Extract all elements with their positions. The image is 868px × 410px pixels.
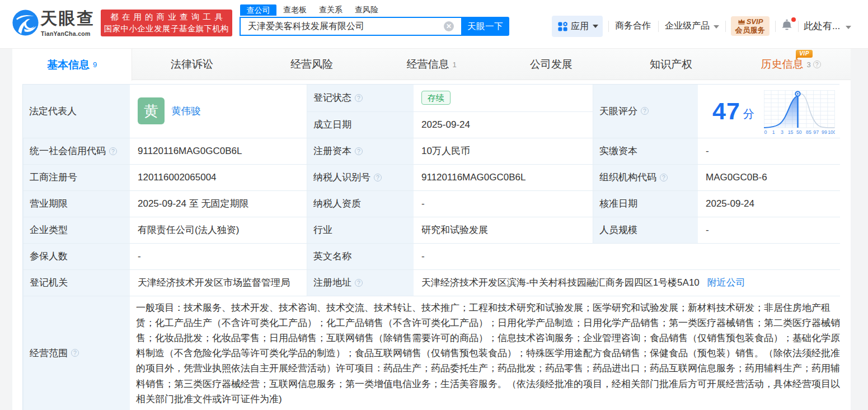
apps-grid-icon [558, 22, 567, 31]
help-icon[interactable]: ? [355, 147, 363, 155]
search-tab-company[interactable]: 查公司 [240, 4, 276, 16]
label-text: 注册资本 [313, 145, 351, 157]
slogan-line2: 国家中小企业发展子基金旗下机构 [101, 23, 232, 35]
nearby-companies-link[interactable]: 附近公司 [707, 276, 745, 289]
label-text: 注册地址 [313, 276, 351, 289]
crown-icon [738, 18, 745, 25]
label-legal-representative: 法定代表人 [23, 85, 130, 138]
tab-company-development[interactable]: 公司发展 [491, 49, 611, 80]
search-input[interactable]: 天津爱美客科技发展有限公司 [240, 17, 461, 36]
value-english-name: - [414, 244, 840, 270]
value-organization-code: MAG0GC0B-6 [698, 165, 840, 191]
tab-label: 法律诉讼 [171, 57, 213, 72]
label-text: 纳税人识别号 [313, 171, 370, 184]
logo-subtitle: TianYanCha.com [41, 30, 91, 37]
nav-cooperation[interactable]: 商务合作 [615, 20, 651, 32]
label-text: 组织机构代码 [599, 171, 656, 184]
svg-text:1: 1 [772, 129, 775, 134]
svg-text:0: 0 [764, 129, 767, 134]
label-registration-status: 登记状态? [307, 85, 414, 112]
value-taxpayer-quality: - [414, 191, 593, 217]
username: 此处有... [804, 21, 840, 31]
label-staff-size: 人员规模 [593, 217, 698, 244]
apps-menu-button[interactable]: 应用 [552, 16, 603, 37]
value-paid-capital: - [698, 138, 840, 165]
help-icon[interactable]: ? [71, 349, 79, 357]
top-header: 天眼查 TianYanCha.com 都在用的商业查询工具 国家中小企业发展子基… [0, 0, 868, 49]
help-icon[interactable]: ? [660, 174, 668, 181]
search-tab-risk[interactable]: 查风险 [355, 5, 378, 15]
chevron-down-icon [846, 26, 851, 29]
value-tianyan-score[interactable]: 47 分 [698, 85, 840, 138]
bell-curve-gray [797, 94, 834, 128]
section-tabs: 基本信息9 法律诉讼 经营风险 经营信息1 公司发展 知识产权 历史信息3? V… [12, 49, 851, 80]
tab-basic-info[interactable]: 基本信息9 [12, 49, 132, 81]
label-industry: 行业 [307, 217, 414, 244]
basic-info-table: 法定代表人 黄 黄伟骏 登记状态? 存续 成立日期 2025-09-24 天眼评… [22, 84, 839, 410]
nav-enterprise-products[interactable]: 企业级产品 [665, 20, 719, 32]
label-registered-address: 注册地址? [307, 270, 414, 296]
tab-label: 经营信息 [406, 57, 449, 72]
avatar[interactable]: 黄 [138, 97, 165, 124]
help-icon[interactable]: ? [109, 147, 117, 155]
tab-count: 9 [93, 60, 97, 69]
search-tab-relation[interactable]: 查关系 [319, 5, 342, 15]
label-tianyan-score: 天眼评分? [593, 85, 698, 138]
label-approval-date: 核准日期 [593, 191, 698, 217]
svip-member-button[interactable]: SVIP 会员服务 [731, 16, 770, 36]
label-registered-capital: 注册资本? [307, 138, 414, 165]
value-registration-status: 存续 [414, 85, 593, 112]
value-establish-date: 2025-09-24 [414, 112, 593, 138]
tab-operation-risk[interactable]: 经营风险 [252, 49, 372, 80]
help-icon[interactable]: ? [355, 94, 363, 102]
value-registered-address: 天津经济技术开发区滨海-中关村科技园融汇商务园四区1号楼5A10附近公司 [414, 270, 840, 296]
svg-text:85: 85 [806, 129, 811, 134]
tab-label: 经营风险 [290, 57, 333, 72]
tab-history-info[interactable]: 历史信息3? VIP [731, 49, 851, 80]
label-text: 经营范围 [30, 347, 68, 360]
tianyancha-logo-icon[interactable] [12, 10, 39, 36]
svg-text:100: 100 [828, 129, 835, 134]
divider [658, 21, 659, 32]
score-unit: 分 [743, 106, 754, 122]
label-text: 天眼评分 [599, 105, 637, 118]
value-credit-code: 91120116MAG0GC0B6L [130, 138, 307, 165]
value-registration-number: 120116002065004 [130, 165, 307, 191]
tab-label: 知识产权 [650, 57, 692, 72]
svip-service-label: 会员服务 [731, 26, 770, 34]
search-button[interactable]: 天眼一下 [461, 17, 509, 36]
search-tab-boss[interactable]: 查老板 [283, 5, 307, 15]
score-distribution-chart: 0 1 3 15 50 85 97 99 100 [764, 90, 835, 134]
search-type-tabs: 查公司 查老板 查关系 查风险 [240, 4, 391, 16]
tab-operation-info[interactable]: 经营信息1 [372, 49, 491, 80]
notifications-button[interactable] [781, 18, 796, 34]
help-icon[interactable]: ? [641, 107, 649, 115]
chevron-down-icon [593, 25, 598, 28]
vip-badge: VIP [796, 50, 813, 58]
label-text: 登记状态 [313, 91, 351, 104]
label-insured-count: 参保人数 [23, 244, 130, 270]
svg-text:97: 97 [813, 129, 819, 134]
value-legal-representative: 黄 黄伟骏 [130, 85, 307, 138]
label-taxpayer-quality: 纳税人资质 [307, 191, 414, 217]
tab-intellectual-property[interactable]: 知识产权 [611, 49, 731, 80]
label-credit-code: 统一社会信用代码? [23, 138, 130, 165]
score-number: 47 [712, 97, 740, 125]
divider [775, 21, 776, 32]
help-icon[interactable]: ? [813, 60, 821, 68]
value-registered-capital: 10万人民币 [414, 138, 593, 165]
help-icon[interactable]: ? [374, 174, 382, 181]
label-registration-authority: 登记机关 [23, 270, 130, 296]
tab-legal-litigation[interactable]: 法律诉讼 [132, 49, 252, 80]
help-icon[interactable]: ? [355, 279, 363, 287]
label-registration-number: 工商注册号 [23, 165, 130, 191]
logo-title[interactable]: 天眼查 [40, 7, 98, 30]
value-registration-authority: 天津经济技术开发区市场监督管理局 [130, 270, 307, 296]
clear-search-icon[interactable]: ✕ [444, 21, 454, 31]
user-menu[interactable]: 此处有... [804, 20, 851, 32]
legal-representative-link[interactable]: 黄伟骏 [171, 104, 201, 118]
svip-label: SVIP [747, 17, 763, 26]
status-badge: 存续 [421, 91, 451, 105]
chevron-down-icon [714, 25, 719, 29]
label-organization-code: 组织机构代码? [593, 165, 698, 191]
